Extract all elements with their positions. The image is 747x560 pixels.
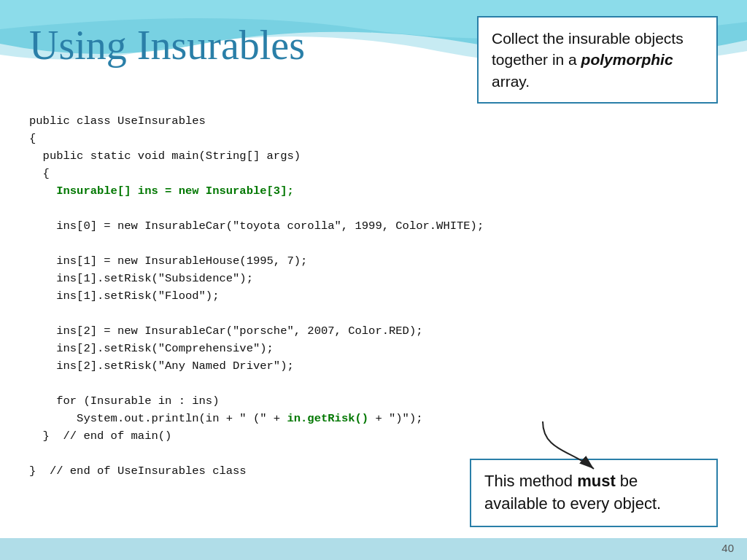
code-line-5: Insurable[] ins = new Insurable[3]; [29,184,294,198]
code-area: public class UseInsurables { public stat… [29,95,718,497]
callout-top-text-after: array. [492,73,530,90]
callout-top-bold-word: polymorphic [581,51,673,68]
code-line-9: ins[1].setRisk("Flood"); [29,289,219,303]
code-line-6: ins[0] = new InsurableCar("toyota coroll… [29,219,484,233]
wave-bottom-decoration [0,538,747,560]
code-line-13: for (Insurable in : ins) [29,394,219,408]
code-line-12: ins[2].setRisk("Any Named Driver"); [29,359,294,373]
code-line-1: public class UseInsurables [29,114,206,128]
code-line-4: { [29,167,50,180]
code-line-3: public static void main(String[] args) [29,149,301,163]
callout-bottom-box: This method must be available to every o… [470,459,718,527]
code-line-7: ins[1] = new InsurableHouse(1995, 7); [29,254,307,268]
slide-number: 40 [721,542,734,554]
code-line-14: System.out.println(in + " (" + in.getRis… [29,412,423,425]
code-line-11: ins[2].setRisk("Comprehensive"); [29,342,274,355]
callout-top-box: Collect the insurable objects together i… [477,16,718,104]
callout-bottom-text-before: This method [484,472,577,490]
code-line-16: } // end of UseInsurables class [29,464,247,478]
slide: Using Insurables Collect the insurable o… [0,0,747,560]
code-line-8: ins[1].setRisk("Subsidence"); [29,272,253,285]
code-line-2: { [29,132,36,145]
slide-title: Using Insurables [29,22,305,69]
code-line-15: } // end of main() [29,429,171,443]
code-line-10: ins[2] = new InsurableCar("porsche", 200… [29,324,423,338]
callout-bottom-bold-word: must [577,472,616,490]
